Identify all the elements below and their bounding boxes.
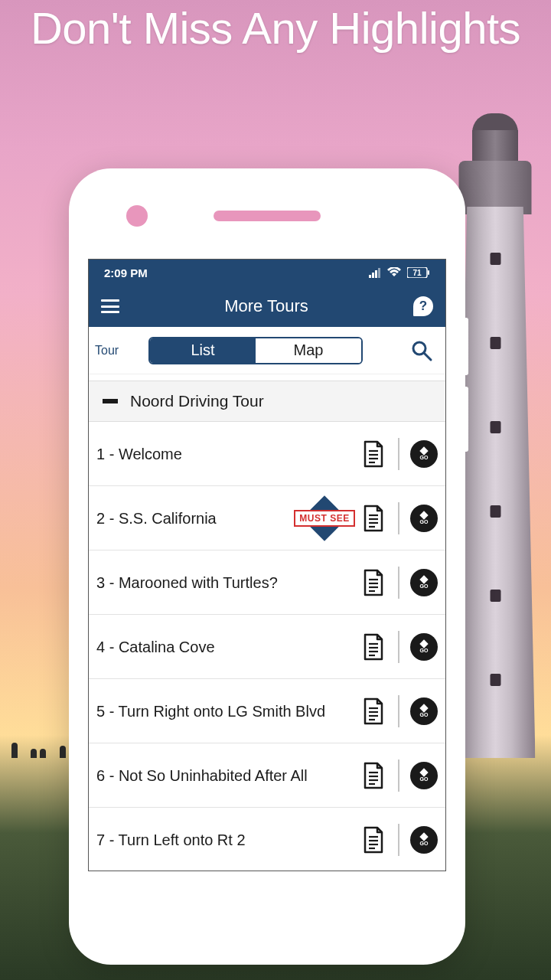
go-button[interactable]: GO	[410, 633, 438, 661]
svg-rect-3	[378, 268, 380, 278]
stop-title: 1 - Welcome	[96, 444, 357, 464]
status-time: 2:09 PM	[104, 266, 148, 279]
document-icon[interactable]	[360, 567, 387, 598]
divider	[398, 567, 399, 599]
document-icon[interactable]	[360, 825, 387, 855]
tab-map[interactable]: Map	[256, 338, 361, 363]
phone-screen: 2:09 PM 71	[88, 259, 446, 871]
silhouette-people	[8, 735, 77, 758]
go-button[interactable]: GO	[410, 826, 438, 854]
must-see-badge: MUST SEE	[294, 498, 355, 539]
view-segmented-control: List Map	[148, 337, 363, 364]
document-icon[interactable]	[360, 439, 387, 469]
stop-title: 2 - S.S. California	[96, 508, 291, 528]
document-icon[interactable]	[360, 760, 387, 791]
phone-side-button	[462, 387, 468, 452]
app-title: More Tours	[130, 296, 403, 316]
section-title: Noord Driving Tour	[130, 392, 264, 410]
help-button[interactable]: ?	[413, 296, 433, 316]
phone-speaker	[214, 211, 321, 221]
search-icon[interactable]	[410, 339, 433, 362]
stop-title: 7 - Turn Left onto Rt 2	[96, 830, 357, 850]
svg-text:71: 71	[412, 269, 422, 277]
menu-icon[interactable]	[101, 299, 119, 313]
go-button[interactable]: GO	[410, 697, 438, 725]
phone-frame: 2:09 PM 71	[69, 168, 465, 965]
svg-rect-1	[372, 273, 374, 278]
tour-section-header[interactable]: Noord Driving Tour	[89, 381, 445, 422]
stop-title: 3 - Marooned with Turtles?	[96, 573, 357, 593]
battery-icon: 71	[407, 267, 430, 278]
svg-rect-2	[375, 270, 377, 278]
divider	[398, 631, 399, 663]
tour-stop-row[interactable]: 6 - Not So Uninhabited After AllGO	[89, 743, 445, 808]
status-bar: 2:09 PM 71	[89, 260, 445, 286]
go-button[interactable]: GO	[410, 569, 438, 596]
document-icon[interactable]	[360, 632, 387, 662]
tour-stop-row[interactable]: 3 - Marooned with Turtles?GO	[89, 550, 445, 615]
collapse-icon	[103, 399, 118, 403]
tour-stop-row[interactable]: 5 - Turn Right onto LG Smith BlvdGO	[89, 679, 445, 743]
tour-stop-row[interactable]: 7 - Turn Left onto Rt 2GO	[89, 808, 445, 871]
tour-stop-list: 1 - WelcomeGO2 - S.S. CaliforniaMUST SEE…	[89, 422, 445, 871]
document-icon[interactable]	[360, 503, 387, 534]
wifi-icon	[387, 267, 401, 278]
stop-title: 5 - Turn Right onto LG Smith Blvd	[96, 701, 357, 721]
tour-stop-row[interactable]: 1 - WelcomeGO	[89, 422, 445, 486]
tour-label[interactable]: Tour	[95, 344, 142, 358]
divider	[398, 502, 399, 534]
app-bar: More Tours ?	[89, 286, 445, 327]
divider	[398, 760, 399, 792]
go-button[interactable]: GO	[410, 505, 438, 532]
filter-bar: Tour List Map	[89, 327, 445, 374]
phone-side-button	[462, 318, 468, 375]
document-icon[interactable]	[360, 696, 387, 727]
phone-camera	[126, 205, 148, 227]
stop-title: 6 - Not So Uninhabited After All	[96, 766, 357, 786]
svg-rect-0	[369, 275, 371, 278]
go-button[interactable]: GO	[410, 762, 438, 789]
signal-icon	[369, 267, 381, 278]
divider	[398, 824, 399, 856]
divider	[398, 695, 399, 727]
svg-line-8	[424, 353, 431, 360]
svg-rect-5	[428, 270, 429, 275]
tour-stop-row[interactable]: 2 - S.S. CaliforniaMUST SEEGO	[89, 486, 445, 550]
tour-stop-row[interactable]: 4 - Catalina CoveGO	[89, 615, 445, 679]
stop-title: 4 - Catalina Cove	[96, 637, 357, 657]
go-button[interactable]: GO	[410, 440, 438, 468]
divider	[398, 438, 399, 470]
marketing-headline: Don't Miss Any Highlights	[0, 3, 551, 54]
tab-list[interactable]: List	[150, 338, 256, 363]
